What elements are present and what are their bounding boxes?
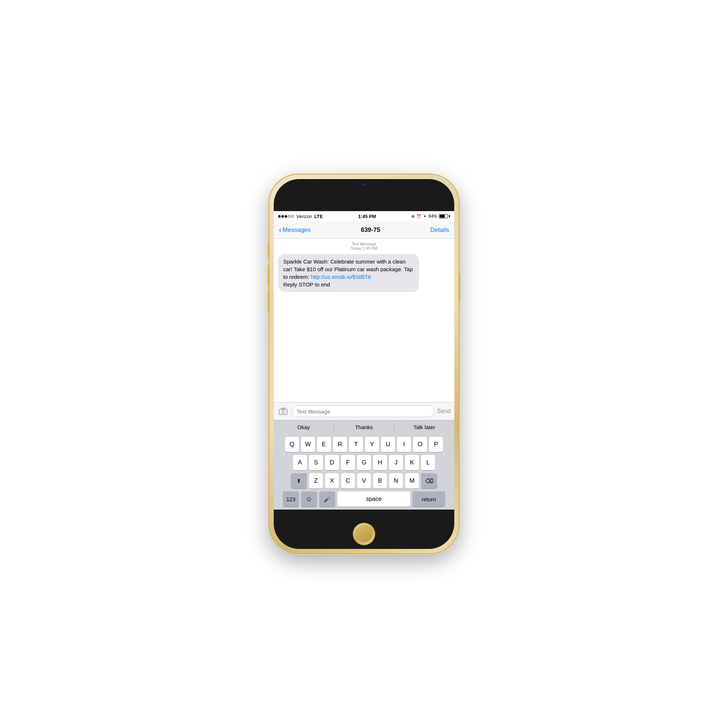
key-f[interactable]: F — [341, 455, 355, 470]
key-k[interactable]: K — [405, 455, 419, 470]
network-type-label: LTE — [314, 214, 323, 219]
status-bar: Verizon LTE 1:45 PM ⊕ ⏰ ✴ 64% — [274, 211, 454, 221]
space-key[interactable]: space — [337, 491, 410, 507]
volume-up-button[interactable] — [268, 265, 270, 287]
quick-reply-talk-later[interactable]: Talk later — [394, 421, 454, 434]
nav-contact-title: 639-75 — [361, 226, 380, 234]
status-right: ⊕ ⏰ ✴ 64% — [411, 214, 450, 219]
back-label: Messages — [283, 226, 310, 234]
back-chevron-icon: ‹ — [279, 226, 281, 234]
phone-camera — [361, 182, 367, 187]
status-time: 1:45 PM — [358, 214, 376, 219]
message-suffix: Reply STOP to end — [283, 281, 330, 288]
emoji-key[interactable]: ☺ — [301, 491, 317, 507]
ios-screen: Verizon LTE 1:45 PM ⊕ ⏰ ✴ 64% — [274, 211, 454, 509]
key-x[interactable]: X — [325, 473, 339, 488]
keyboard-row-1: Q W E R T Y U I O P — [275, 437, 453, 452]
signal-dot-5 — [291, 215, 294, 218]
keyboard-row-bottom: 123 ☺ 🎤 space return — [275, 491, 453, 507]
shift-key[interactable]: ⬆ — [291, 473, 307, 488]
details-button[interactable]: Details — [430, 226, 449, 234]
return-key[interactable]: return — [412, 491, 445, 507]
camera-button[interactable] — [277, 405, 289, 417]
message-bubble: Sparkle Car Wash: Celebrate summer with … — [278, 254, 419, 292]
key-i[interactable]: I — [397, 437, 411, 452]
key-v[interactable]: V — [357, 473, 371, 488]
key-p[interactable]: P — [429, 437, 443, 452]
power-button[interactable] — [458, 273, 460, 302]
key-q[interactable]: Q — [285, 437, 299, 452]
key-n[interactable]: N — [389, 473, 403, 488]
battery-body — [439, 214, 448, 219]
key-h[interactable]: H — [373, 455, 387, 470]
key-t[interactable]: T — [349, 437, 363, 452]
key-m[interactable]: M — [405, 473, 419, 488]
signal-dot-1 — [278, 215, 281, 218]
phone-top-bar — [351, 182, 377, 192]
key-b[interactable]: B — [373, 473, 387, 488]
signal-strength — [278, 215, 294, 218]
key-z[interactable]: Z — [309, 473, 323, 488]
message-bubble-container: Sparkle Car Wash: Celebrate summer with … — [278, 254, 450, 292]
phone-device: Verizon LTE 1:45 PM ⊕ ⏰ ✴ 64% — [269, 175, 459, 553]
quick-reply-thanks[interactable]: Thanks — [334, 421, 395, 434]
message-input[interactable] — [292, 405, 434, 417]
keyboard-row-3: ⬆ Z X C V B N M ⌫ — [275, 473, 453, 488]
key-e[interactable]: E — [317, 437, 331, 452]
quick-reply-bar: Okay Thanks Talk later — [274, 420, 454, 434]
battery-icon — [439, 214, 450, 219]
phone-screen: Verizon LTE 1:45 PM ⊕ ⏰ ✴ 64% — [274, 211, 454, 509]
message-timestamp: Text Message Today 1:45 PM — [278, 242, 450, 251]
key-g[interactable]: G — [357, 455, 371, 470]
signal-dot-3 — [284, 215, 287, 218]
location-icon: ⊕ — [411, 214, 414, 219]
home-button-ring — [356, 526, 372, 542]
phone-shell: Verizon LTE 1:45 PM ⊕ ⏰ ✴ 64% — [269, 175, 459, 553]
timestamp-type: Text Message — [278, 242, 450, 246]
key-s[interactable]: S — [309, 455, 323, 470]
status-left: Verizon LTE — [278, 214, 323, 219]
alarm-icon: ⏰ — [416, 214, 422, 219]
key-d[interactable]: D — [325, 455, 339, 470]
back-button[interactable]: ‹ Messages — [279, 226, 311, 234]
backspace-key[interactable]: ⌫ — [421, 473, 437, 488]
svg-rect-2 — [282, 408, 284, 410]
volume-down-button[interactable] — [268, 291, 270, 313]
messages-area: Text Message Today 1:45 PM Sparkle Car W… — [274, 239, 454, 402]
signal-dot-4 — [288, 215, 291, 218]
message-link[interactable]: http://us.emob.io/E0IBT6 — [311, 274, 371, 280]
home-button[interactable] — [353, 523, 375, 545]
key-r[interactable]: R — [333, 437, 347, 452]
navigation-bar: ‹ Messages 639-75 Details — [274, 221, 454, 239]
key-u[interactable]: U — [381, 437, 395, 452]
keyboard-row-2: A S D F G H J K L — [275, 455, 453, 470]
battery-fill — [440, 215, 445, 218]
key-c[interactable]: C — [341, 473, 355, 488]
key-a[interactable]: A — [293, 455, 307, 470]
key-o[interactable]: O — [413, 437, 427, 452]
send-button[interactable]: Send — [437, 408, 451, 414]
numbers-key[interactable]: 123 — [283, 491, 299, 507]
key-y[interactable]: Y — [365, 437, 379, 452]
timestamp-time: Today 1:45 PM — [278, 246, 450, 251]
key-l[interactable]: L — [421, 455, 435, 470]
quick-reply-okay[interactable]: Okay — [274, 421, 334, 434]
phone-speaker — [351, 189, 377, 192]
key-w[interactable]: W — [301, 437, 315, 452]
battery-percent: 64% — [428, 214, 437, 219]
signal-dot-2 — [281, 215, 284, 218]
key-j[interactable]: J — [389, 455, 403, 470]
microphone-key[interactable]: 🎤 — [319, 491, 335, 507]
bluetooth-icon: ✴ — [423, 214, 427, 219]
mute-button[interactable] — [268, 244, 270, 258]
keyboard: Q W E R T Y U I O P A S — [274, 434, 454, 509]
svg-point-1 — [282, 411, 284, 413]
battery-cap — [449, 215, 450, 217]
carrier-label: Verizon — [296, 214, 312, 219]
input-area: Send — [274, 402, 454, 420]
